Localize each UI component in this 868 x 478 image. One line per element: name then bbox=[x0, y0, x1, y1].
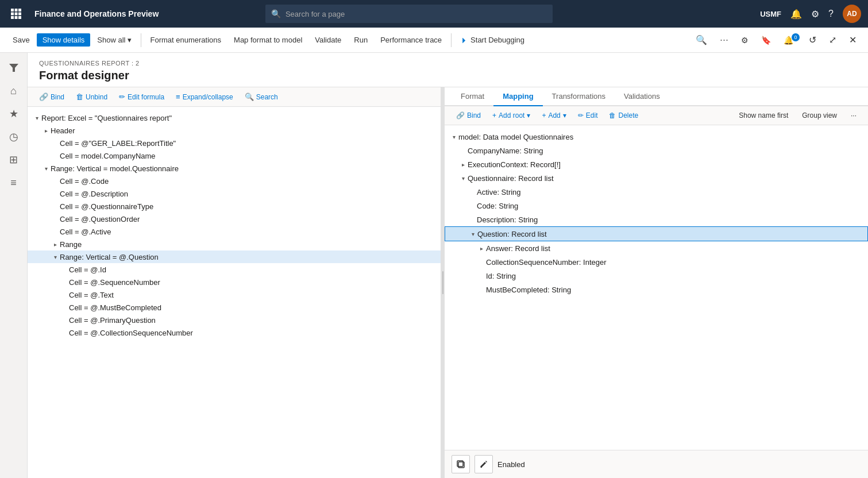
model-item-description[interactable]: Description: String bbox=[445, 213, 868, 226]
group-view-button[interactable]: Group view bbox=[797, 110, 842, 121]
model-item-questionnaire[interactable]: ▾Questionnaire: Record list bbox=[445, 171, 868, 185]
run-button[interactable]: Run bbox=[348, 33, 373, 47]
edit-button[interactable]: ✏ Edit bbox=[573, 110, 603, 121]
sidebar-modules-icon[interactable]: ≡ bbox=[3, 172, 24, 193]
expand-collapse-icon: ≡ bbox=[176, 92, 180, 101]
tree-item-cell-active[interactable]: Cell = @.Active bbox=[28, 225, 441, 238]
tree-item-text: Range: Vertical = model.Questionnaire bbox=[51, 164, 436, 173]
tree-item-cell-code[interactable]: Cell = @.Code bbox=[28, 175, 441, 187]
svg-rect-6 bbox=[11, 16, 14, 19]
model-expand-icon[interactable]: ▸ bbox=[458, 160, 468, 169]
tree-item-root[interactable]: ▾Report: Excel = "Questionnaires report" bbox=[28, 111, 441, 124]
model-item-must-be-completed[interactable]: MustBeCompleted: String bbox=[445, 283, 868, 296]
bind-button[interactable]: 🔗 Bind bbox=[34, 91, 69, 103]
tab-validations[interactable]: Validations bbox=[615, 87, 669, 106]
tree-item-cell-questionnaire-type[interactable]: Cell = @.QuestionnaireType bbox=[28, 200, 441, 213]
validate-button[interactable]: Validate bbox=[309, 33, 347, 47]
edit-formula-button[interactable]: ✏ Edit formula bbox=[114, 91, 169, 103]
delete-button[interactable]: 🗑 Delete bbox=[604, 110, 643, 121]
tree-item-range-question[interactable]: ▾Range: Vertical = @.Question bbox=[28, 250, 441, 263]
tree-item-range-questionnaire[interactable]: ▾Range: Vertical = model.Questionnaire bbox=[28, 162, 441, 175]
toolbar-bookmark-button[interactable]: 🔖 bbox=[757, 33, 776, 47]
add-root-button[interactable]: + Add root ▾ bbox=[488, 110, 535, 121]
sidebar-recent-icon[interactable]: ◷ bbox=[3, 126, 24, 147]
model-item-execution-context[interactable]: ▸ExecutionContext: Record[!] bbox=[445, 157, 868, 171]
tree-item-cell-must-be-completed[interactable]: Cell = @.MustBeCompleted bbox=[28, 301, 441, 314]
tree-item-range-results-group[interactable]: ▸Range bbox=[28, 238, 441, 250]
model-expand-icon[interactable]: ▾ bbox=[458, 174, 468, 183]
tree-item-cell-primary-question[interactable]: Cell = @.PrimaryQuestion bbox=[28, 314, 441, 326]
tree-item-cell-sequence-number[interactable]: Cell = @.SequenceNumber bbox=[28, 276, 441, 288]
tree-item-cell-id[interactable]: Cell = @.Id bbox=[28, 263, 441, 276]
model-item-active[interactable]: Active: String bbox=[445, 185, 868, 199]
breadcrumb: QUESTIONNAIRES REPORT : 2 bbox=[39, 60, 857, 67]
user-avatar[interactable]: AD bbox=[843, 5, 861, 23]
toolbar-expand-button[interactable]: ⤢ bbox=[824, 32, 841, 48]
model-bind-icon: 🔗 bbox=[456, 111, 465, 119]
model-expand-icon[interactable]: ▾ bbox=[468, 229, 477, 238]
toolbar-settings-button[interactable]: ⚙ bbox=[736, 33, 753, 47]
format-enumerations-button[interactable]: Format enumerations bbox=[145, 33, 227, 47]
expand-icon[interactable]: ▸ bbox=[51, 240, 60, 249]
tree-item-cell-report-title[interactable]: Cell = @"GER_LABEL:ReportTitle" bbox=[28, 137, 441, 149]
model-expand-icon[interactable]: ▸ bbox=[477, 244, 486, 253]
more-options-button[interactable]: ··· bbox=[846, 110, 861, 121]
model-item-collection-seq[interactable]: CollectionSequenceNumber: Integer bbox=[445, 255, 868, 269]
sidebar-favorites-icon[interactable]: ★ bbox=[3, 103, 24, 124]
tab-mapping[interactable]: Mapping bbox=[493, 87, 542, 106]
model-item-code[interactable]: Code: String bbox=[445, 199, 868, 213]
tree-item-cell-question-order[interactable]: Cell = @.QuestionOrder bbox=[28, 213, 441, 225]
model-item-model-root[interactable]: ▾model: Data model Questionnaires bbox=[445, 130, 868, 144]
map-format-to-model-button[interactable]: Map format to model bbox=[228, 33, 308, 47]
nav-grid-icon[interactable] bbox=[7, 5, 25, 23]
model-item-text: CollectionSequenceNumber: Integer bbox=[486, 258, 863, 267]
global-search[interactable]: 🔍 bbox=[265, 5, 553, 23]
show-name-first-button[interactable]: Show name first bbox=[734, 110, 793, 121]
toolbar-close-button[interactable]: ✕ bbox=[844, 32, 861, 48]
model-item-id-string[interactable]: Id: String bbox=[445, 269, 868, 283]
help-icon[interactable]: ? bbox=[828, 9, 834, 19]
expand-collapse-button[interactable]: ≡ Expand/collapse bbox=[171, 91, 238, 103]
copy-bottom-button[interactable] bbox=[452, 455, 470, 473]
tab-transformations[interactable]: Transformations bbox=[543, 87, 615, 106]
toolbar-separator-2 bbox=[451, 33, 452, 47]
model-bind-button[interactable]: 🔗 Bind bbox=[452, 110, 485, 121]
tab-format[interactable]: Format bbox=[452, 87, 493, 106]
tree-item-cell-text[interactable]: Cell = @.Text bbox=[28, 288, 441, 301]
search-button[interactable]: 🔍 Search bbox=[240, 91, 283, 103]
show-details-button[interactable]: Show details bbox=[37, 33, 91, 47]
unbind-button[interactable]: 🗑 Unbind bbox=[71, 91, 112, 103]
toolbar-badge-button[interactable]: 🔔0 bbox=[779, 33, 801, 47]
toolbar-more-button[interactable]: ··· bbox=[715, 32, 733, 48]
save-button[interactable]: Save bbox=[7, 33, 36, 47]
search-input[interactable] bbox=[286, 10, 547, 18]
notification-icon[interactable]: 🔔 bbox=[790, 9, 802, 20]
toolbar-search-button[interactable]: 🔍 bbox=[691, 32, 712, 48]
settings-icon[interactable]: ⚙ bbox=[811, 9, 819, 20]
performance-trace-button[interactable]: Performance trace bbox=[375, 33, 447, 47]
expand-icon[interactable]: ▾ bbox=[51, 252, 60, 261]
model-item-question-record-list[interactable]: ▾Question: Record list bbox=[445, 226, 868, 241]
expand-icon[interactable]: ▸ bbox=[41, 126, 51, 135]
svg-marker-9 bbox=[9, 64, 18, 72]
model-item-company-name[interactable]: CompanyName: String bbox=[445, 144, 868, 157]
start-debugging-button[interactable]: ⏵ Start Debugging bbox=[455, 33, 530, 47]
tree-item-header[interactable]: ▸Header bbox=[28, 124, 441, 137]
edit-bottom-button[interactable] bbox=[474, 455, 493, 473]
svg-rect-0 bbox=[11, 9, 14, 11]
add-button[interactable]: + Add ▾ bbox=[537, 110, 570, 121]
expand-icon[interactable]: ▾ bbox=[32, 113, 41, 122]
tree-item-text: Cell = @.QuestionOrder bbox=[60, 215, 436, 223]
expand-icon[interactable]: ▾ bbox=[41, 164, 51, 173]
tree-item-cell-company-name[interactable]: Cell = model.CompanyName bbox=[28, 149, 441, 162]
sidebar-home-icon[interactable]: ⌂ bbox=[3, 80, 24, 101]
toolbar-refresh-button[interactable]: ↺ bbox=[804, 32, 821, 48]
tree-item-cell-collection-sequence[interactable]: Cell = @.CollectionSequenceNumber bbox=[28, 326, 441, 339]
model-expand-icon[interactable]: ▾ bbox=[449, 132, 458, 141]
tree-item-cell-description[interactable]: Cell = @.Description bbox=[28, 187, 441, 200]
sidebar-workspaces-icon[interactable]: ⊞ bbox=[3, 149, 24, 170]
model-item-answer[interactable]: ▸Answer: Record list bbox=[445, 241, 868, 255]
search-icon: 🔍 bbox=[271, 9, 281, 18]
sidebar-filter-icon[interactable] bbox=[3, 57, 24, 78]
show-all-button[interactable]: Show all ▾ bbox=[91, 33, 137, 47]
